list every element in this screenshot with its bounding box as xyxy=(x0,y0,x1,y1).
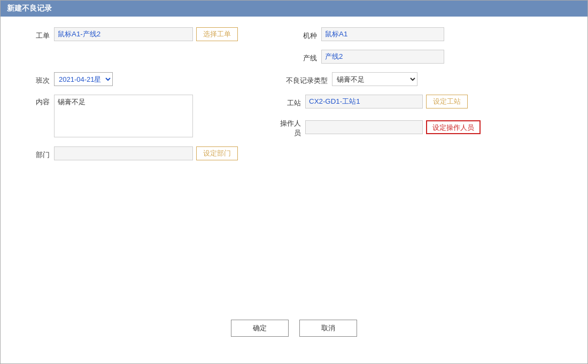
defect-type-section: 不良记录类型 锡膏不足 锡膏过多 偏移 其他 xyxy=(278,72,571,86)
window-title: 新建不良记录 xyxy=(7,4,52,12)
machine-section: 机种 xyxy=(278,27,571,41)
machine-label: 机种 xyxy=(278,28,321,41)
select-work-order-button[interactable]: 选择工单 xyxy=(196,27,238,41)
two-col-1: 工单 选择工单 机种 xyxy=(17,27,571,41)
work-order-section: 工单 选择工单 xyxy=(17,27,278,41)
form-area: 工单 选择工单 机种 xyxy=(17,27,571,309)
bottom-buttons: 确定 取消 xyxy=(17,309,571,353)
operator-section: 操作人员 设定操作人员 xyxy=(278,116,571,138)
title-bar: 新建不良记录 xyxy=(1,1,587,17)
production-line-input[interactable] xyxy=(321,50,444,64)
work-order-row: 工单 选择工单 机种 xyxy=(17,27,571,41)
production-line-label: 产线 xyxy=(278,51,321,63)
main-window: 新建不良记录 工单 选择工单 机种 xyxy=(0,0,588,364)
operator-label: 操作人员 xyxy=(278,116,305,138)
workstation-input[interactable] xyxy=(305,95,423,109)
department-input[interactable] xyxy=(54,146,193,160)
content-textarea[interactable]: 锡膏不足 xyxy=(54,95,193,137)
shift-select[interactable]: 2021-04-21星 xyxy=(54,72,113,86)
work-order-input[interactable] xyxy=(54,27,193,41)
two-col-3: 班次 2021-04-21星 不良记录类型 锡膏不足 锡膏过多 偏移 其他 xyxy=(17,72,571,86)
department-section: 部门 设定部门 xyxy=(17,146,238,160)
work-order-label: 工单 xyxy=(17,28,54,41)
set-operator-button[interactable]: 设定操作人员 xyxy=(426,120,481,134)
empty-left-1 xyxy=(17,50,278,64)
department-label: 部门 xyxy=(17,148,54,160)
two-col-2: 产线 xyxy=(17,50,571,64)
defect-type-select[interactable]: 锡膏不足 锡膏过多 偏移 其他 xyxy=(332,72,417,86)
production-line-section: 产线 xyxy=(278,50,571,64)
two-col-4: 内容 锡膏不足 工站 设定工站 操作人员 xyxy=(17,95,571,138)
department-row: 部门 设定部门 xyxy=(17,146,571,160)
machine-input[interactable] xyxy=(321,27,444,41)
workstation-section: 工站 设定工站 xyxy=(278,95,571,109)
content-section: 内容 锡膏不足 xyxy=(17,95,278,137)
set-department-button[interactable]: 设定部门 xyxy=(196,146,238,160)
operator-input[interactable] xyxy=(305,120,423,134)
cancel-button[interactable]: 取消 xyxy=(299,320,357,337)
right-col-section: 工站 设定工站 操作人员 设定操作人员 xyxy=(278,95,571,138)
content-label: 内容 xyxy=(17,95,54,107)
defect-type-label: 不良记录类型 xyxy=(278,73,332,86)
production-line-row: 产线 xyxy=(17,50,571,64)
content-area: 工单 选择工单 机种 xyxy=(1,17,587,363)
shift-section: 班次 2021-04-21星 xyxy=(17,72,278,86)
content-workstation-row: 内容 锡膏不足 工站 设定工站 操作人员 xyxy=(17,95,571,138)
workstation-label: 工站 xyxy=(278,96,305,108)
set-workstation-button[interactable]: 设定工站 xyxy=(426,95,468,109)
shift-label: 班次 xyxy=(17,73,54,86)
confirm-button[interactable]: 确定 xyxy=(231,320,289,337)
shift-defect-row: 班次 2021-04-21星 不良记录类型 锡膏不足 锡膏过多 偏移 其他 xyxy=(17,72,571,86)
